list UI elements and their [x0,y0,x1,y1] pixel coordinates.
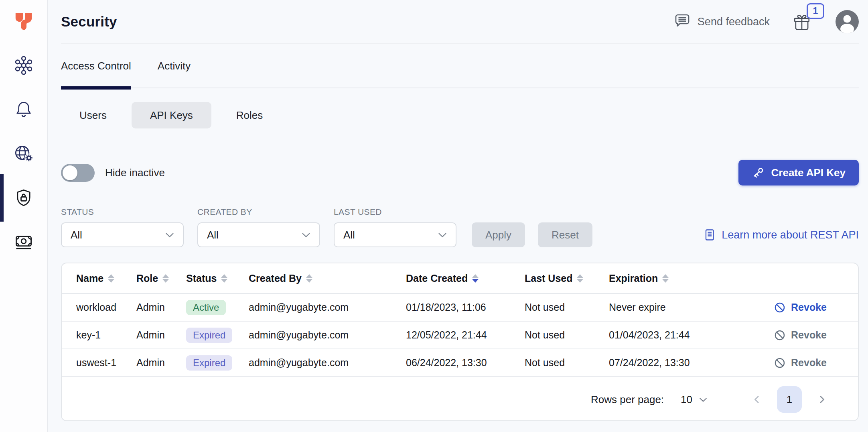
revoke-button[interactable]: Revoke [774,329,827,341]
filter-status-value: All [71,229,82,241]
active-nav-indicator [0,174,4,222]
apply-button[interactable]: Apply [472,222,525,247]
filter-last-used: LAST USED All [334,207,456,247]
gift-badge: 1 [807,3,824,19]
column-header-last-used[interactable]: Last Used [525,273,609,284]
chevron-left-icon [752,394,763,405]
subtab-api-keys[interactable]: API Keys [132,102,211,128]
hide-inactive-toggle[interactable] [61,164,95,182]
column-label: Role [136,273,158,284]
sidebar-item-security[interactable] [0,176,47,220]
cell-role: Admin [136,329,186,341]
column-header-expiration[interactable]: Expiration [609,273,740,284]
cell-expiration: Never expire [609,302,740,313]
sort-icon [577,274,583,283]
column-label: Date Created [406,273,468,284]
user-avatar[interactable] [836,10,859,33]
sidebar-item-alerts[interactable] [0,88,47,132]
gift-button[interactable]: 1 [792,12,811,31]
column-label: Name [76,273,103,284]
sort-icon [306,274,312,283]
tab-activity[interactable]: Activity [158,44,191,88]
filter-created-by: CREATED BY All [197,207,320,247]
controls-row: Hide inactive Create API Key [61,160,859,185]
tab-access-control[interactable]: Access Control [61,44,131,88]
clusters-icon [13,55,34,76]
sidebar-item-billing[interactable] [0,220,47,264]
hide-inactive-label: Hide inactive [105,167,165,179]
learn-more-link[interactable]: Learn more about REST API [703,228,859,242]
table-row: workload Admin Active admin@yugabyte.com… [62,294,858,322]
tab-activity-label: Activity [158,60,191,72]
learn-more-label: Learn more about REST API [722,229,859,241]
header-actions: Send feedback 1 [673,10,859,33]
tab-access-control-label: Access Control [61,60,131,72]
subtabs: Users API Keys Roles [61,102,859,128]
filter-status-select[interactable]: All [61,222,184,247]
filter-last-used-select[interactable]: All [334,222,456,247]
cell-created-by: admin@yugabyte.com [249,302,406,313]
sort-icon [472,274,479,283]
column-header-created-by[interactable]: Created By [249,273,406,284]
subtab-users-label: Users [79,109,107,122]
sort-icon [162,274,169,283]
chevron-down-icon [302,232,310,238]
revoke-button[interactable]: Revoke [774,302,827,314]
column-header-status[interactable]: Status [186,273,249,284]
yugabyte-logo-icon [12,10,35,33]
sort-icon [108,274,114,283]
sidebar-item-network-settings[interactable] [0,132,47,176]
table-header-row: Name Role Status Created By Date Created… [62,263,858,294]
alerts-bell-icon [13,99,34,120]
table-row: uswest-1 Admin Expired admin@yugabyte.co… [62,349,858,377]
chevron-down-icon [165,232,174,238]
cell-last-used: Not used [525,357,609,369]
hide-inactive-toggle-group: Hide inactive [61,164,165,182]
chevron-down-icon [438,232,447,238]
column-header-date-created[interactable]: Date Created [406,273,525,284]
page-number-button[interactable]: 1 [777,386,802,413]
key-icon [752,166,765,179]
subtab-users[interactable]: Users [61,102,125,128]
billing-icon [13,231,34,253]
sidebar-item-clusters[interactable] [0,43,47,88]
rows-per-page-value: 10 [681,393,692,406]
cell-role: Admin [136,302,186,313]
yugabyte-logo[interactable] [0,0,47,43]
cell-date-created: 12/05/2022, 21:44 [406,329,525,341]
rows-per-page-select[interactable]: 10 [681,393,707,406]
sort-icon [221,274,227,283]
subtab-roles-label: Roles [236,109,263,122]
reset-button[interactable]: Reset [538,222,592,247]
cell-date-created: 01/18/2023, 11:06 [406,302,525,313]
ban-icon [774,329,786,341]
chevron-right-icon [816,394,827,405]
rows-per-page-label: Rows per page: [591,393,664,406]
create-api-key-label: Create API Key [771,167,846,179]
subtab-roles[interactable]: Roles [218,102,281,128]
next-page-button[interactable] [816,394,827,405]
column-label: Status [186,273,217,284]
column-label: Last Used [525,273,572,284]
revoke-button[interactable]: Revoke [774,357,827,369]
page-header: Security Send feedback 1 [61,0,859,44]
filter-created-by-select[interactable]: All [197,222,320,247]
filter-created-by-label: CREATED BY [197,207,320,217]
revoke-label: Revoke [791,329,827,341]
create-api-key-button[interactable]: Create API Key [738,160,859,185]
status-badge: Active [186,300,226,315]
feedback-icon [673,12,692,31]
send-feedback-label: Send feedback [698,16,770,28]
send-feedback-button[interactable]: Send feedback [673,12,770,31]
cell-created-by: admin@yugabyte.com [249,329,406,341]
previous-page-button[interactable] [752,394,763,405]
cell-name: workload [76,302,136,313]
column-header-name[interactable]: Name [76,273,136,284]
cell-name: uswest-1 [76,357,136,369]
api-keys-table: Name Role Status Created By Date Created… [61,263,859,421]
filter-buttons: Apply Reset [472,222,592,247]
network-settings-icon [13,143,34,165]
tabs: Access Control Activity [61,44,859,88]
cell-expiration: 07/24/2022, 13:30 [609,357,740,369]
column-header-role[interactable]: Role [136,273,186,284]
